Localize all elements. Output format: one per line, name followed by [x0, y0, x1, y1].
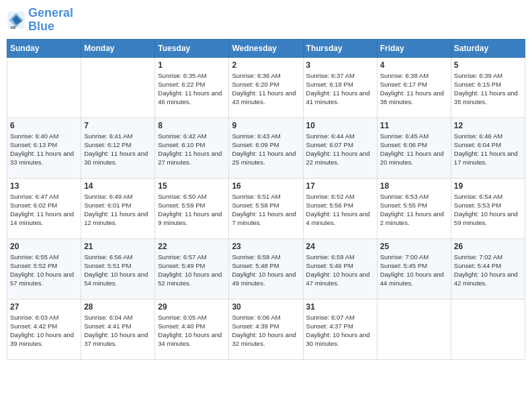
day-info: Sunrise: 6:35 AMSunset: 6:22 PMDaylight:… — [158, 71, 226, 107]
day-number: 20 — [10, 242, 78, 251]
weekday-header: Friday — [377, 39, 451, 57]
calendar-cell: 28Sunrise: 6:04 AMSunset: 4:41 PMDayligh… — [81, 299, 155, 359]
calendar-week-row: 6Sunrise: 6:40 AMSunset: 6:13 PMDaylight… — [7, 118, 525, 178]
day-info: Sunrise: 6:56 AMSunset: 5:51 PMDaylight:… — [84, 253, 152, 288]
day-number: 1 — [158, 60, 226, 70]
calendar-cell: 1Sunrise: 6:35 AMSunset: 6:22 PMDaylight… — [155, 57, 229, 118]
calendar-cell: 14Sunrise: 6:49 AMSunset: 6:01 PMDayligh… — [81, 178, 155, 238]
day-number: 4 — [380, 60, 448, 70]
day-info: Sunrise: 6:36 AMSunset: 6:20 PMDaylight:… — [232, 71, 300, 107]
day-info: Sunrise: 6:03 AMSunset: 4:42 PMDaylight:… — [10, 313, 78, 349]
calendar-cell — [377, 299, 451, 359]
day-info: Sunrise: 6:51 AMSunset: 5:58 PMDaylight:… — [232, 192, 300, 228]
calendar-week-row: 27Sunrise: 6:03 AMSunset: 4:42 PMDayligh… — [7, 299, 525, 359]
day-info: Sunrise: 6:55 AMSunset: 5:52 PMDaylight:… — [10, 253, 78, 288]
day-info: Sunrise: 6:04 AMSunset: 4:41 PMDaylight:… — [84, 313, 152, 349]
day-number: 7 — [84, 121, 152, 130]
weekday-header: Sunday — [7, 39, 81, 57]
day-info: Sunrise: 6:54 AMSunset: 5:53 PMDaylight:… — [454, 192, 522, 228]
weekday-row: SundayMondayTuesdayWednesdayThursdayFrid… — [7, 39, 525, 57]
day-info: Sunrise: 7:00 AMSunset: 5:45 PMDaylight:… — [380, 253, 448, 288]
calendar-cell: 12Sunrise: 6:46 AMSunset: 6:04 PMDayligh… — [451, 118, 525, 178]
day-info: Sunrise: 6:46 AMSunset: 6:04 PMDaylight:… — [454, 132, 522, 167]
day-info: Sunrise: 6:50 AMSunset: 5:59 PMDaylight:… — [158, 192, 226, 228]
day-info: Sunrise: 6:07 AMSunset: 4:37 PMDaylight:… — [306, 313, 374, 349]
calendar-week-row: 1Sunrise: 6:35 AMSunset: 6:22 PMDaylight… — [7, 57, 525, 118]
day-number: 5 — [454, 60, 522, 70]
day-info: Sunrise: 6:38 AMSunset: 6:17 PMDaylight:… — [380, 71, 448, 107]
day-number: 8 — [158, 121, 226, 130]
calendar-cell — [7, 57, 81, 118]
day-number: 3 — [306, 60, 374, 70]
calendar-cell: 15Sunrise: 6:50 AMSunset: 5:59 PMDayligh… — [155, 178, 229, 238]
day-number: 19 — [454, 181, 522, 191]
day-number: 14 — [84, 181, 152, 191]
calendar-cell: 25Sunrise: 7:00 AMSunset: 5:45 PMDayligh… — [377, 238, 451, 299]
calendar-cell: 31Sunrise: 6:07 AMSunset: 4:37 PMDayligh… — [303, 299, 377, 359]
day-number: 11 — [380, 121, 448, 130]
day-number: 28 — [84, 302, 152, 312]
day-number: 15 — [158, 181, 226, 191]
day-number: 13 — [10, 181, 78, 191]
day-info: Sunrise: 6:44 AMSunset: 6:07 PMDaylight:… — [306, 132, 374, 167]
day-number: 12 — [454, 121, 522, 130]
day-info: Sunrise: 6:45 AMSunset: 6:06 PMDaylight:… — [380, 132, 448, 167]
calendar-week-row: 13Sunrise: 6:47 AMSunset: 6:02 PMDayligh… — [7, 178, 525, 238]
day-number: 2 — [232, 60, 300, 70]
calendar-cell: 10Sunrise: 6:44 AMSunset: 6:07 PMDayligh… — [303, 118, 377, 178]
day-info: Sunrise: 6:53 AMSunset: 5:55 PMDaylight:… — [380, 192, 448, 228]
calendar-cell: 4Sunrise: 6:38 AMSunset: 6:17 PMDaylight… — [377, 57, 451, 118]
day-info: Sunrise: 6:49 AMSunset: 6:01 PMDaylight:… — [84, 192, 152, 228]
calendar-cell — [81, 57, 155, 118]
calendar-cell: 23Sunrise: 6:58 AMSunset: 5:48 PMDayligh… — [229, 238, 303, 299]
calendar-cell: 22Sunrise: 6:57 AMSunset: 5:49 PMDayligh… — [155, 238, 229, 299]
day-info: Sunrise: 6:58 AMSunset: 5:48 PMDaylight:… — [232, 253, 300, 288]
calendar-cell: 27Sunrise: 6:03 AMSunset: 4:42 PMDayligh… — [7, 299, 81, 359]
day-number: 6 — [10, 121, 78, 130]
day-info: Sunrise: 6:39 AMSunset: 6:15 PMDaylight:… — [454, 71, 522, 107]
calendar-cell: 17Sunrise: 6:52 AMSunset: 5:56 PMDayligh… — [303, 178, 377, 238]
calendar-cell: 16Sunrise: 6:51 AMSunset: 5:58 PMDayligh… — [229, 178, 303, 238]
weekday-header: Thursday — [303, 39, 377, 57]
logo: GB General Blue — [7, 7, 73, 34]
calendar-cell: 24Sunrise: 6:59 AMSunset: 5:46 PMDayligh… — [303, 238, 377, 299]
weekday-header: Tuesday — [155, 39, 229, 57]
day-number: 25 — [380, 242, 448, 251]
calendar-cell: 26Sunrise: 7:02 AMSunset: 5:44 PMDayligh… — [451, 238, 525, 299]
day-info: Sunrise: 6:06 AMSunset: 4:39 PMDaylight:… — [232, 313, 300, 349]
calendar-cell: 6Sunrise: 6:40 AMSunset: 6:13 PMDaylight… — [7, 118, 81, 178]
calendar-cell: 7Sunrise: 6:41 AMSunset: 6:12 PMDaylight… — [81, 118, 155, 178]
calendar-cell: 21Sunrise: 6:56 AMSunset: 5:51 PMDayligh… — [81, 238, 155, 299]
calendar-cell: 18Sunrise: 6:53 AMSunset: 5:55 PMDayligh… — [377, 178, 451, 238]
day-number: 21 — [84, 242, 152, 251]
day-number: 10 — [306, 121, 374, 130]
day-number: 18 — [380, 181, 448, 191]
calendar-table: SundayMondayTuesdayWednesdayThursdayFrid… — [7, 39, 525, 360]
day-number: 27 — [10, 302, 78, 312]
page-header: GB General Blue — [7, 7, 525, 34]
day-info: Sunrise: 6:57 AMSunset: 5:49 PMDaylight:… — [158, 253, 226, 288]
calendar-header: SundayMondayTuesdayWednesdayThursdayFrid… — [7, 39, 525, 57]
weekday-header: Saturday — [451, 39, 525, 57]
day-number: 22 — [158, 242, 226, 251]
day-number: 29 — [158, 302, 226, 312]
day-number: 16 — [232, 181, 300, 191]
calendar-cell: 29Sunrise: 6:05 AMSunset: 4:40 PMDayligh… — [155, 299, 229, 359]
calendar-cell: 13Sunrise: 6:47 AMSunset: 6:02 PMDayligh… — [7, 178, 81, 238]
logo-icon: GB — [7, 11, 26, 30]
day-info: Sunrise: 6:37 AMSunset: 6:18 PMDaylight:… — [306, 71, 374, 107]
day-info: Sunrise: 6:40 AMSunset: 6:13 PMDaylight:… — [10, 132, 78, 167]
calendar-cell: 19Sunrise: 6:54 AMSunset: 5:53 PMDayligh… — [451, 178, 525, 238]
calendar-body: 1Sunrise: 6:35 AMSunset: 6:22 PMDaylight… — [7, 57, 525, 359]
day-number: 31 — [306, 302, 374, 312]
svg-text:GB: GB — [11, 26, 16, 29]
weekday-header: Wednesday — [229, 39, 303, 57]
weekday-header: Monday — [81, 39, 155, 57]
calendar-cell: 3Sunrise: 6:37 AMSunset: 6:18 PMDaylight… — [303, 57, 377, 118]
day-info: Sunrise: 6:41 AMSunset: 6:12 PMDaylight:… — [84, 132, 152, 167]
day-info: Sunrise: 6:52 AMSunset: 5:56 PMDaylight:… — [306, 192, 374, 228]
calendar-cell: 8Sunrise: 6:42 AMSunset: 6:10 PMDaylight… — [155, 118, 229, 178]
day-info: Sunrise: 6:59 AMSunset: 5:46 PMDaylight:… — [306, 253, 374, 288]
day-number: 30 — [232, 302, 300, 312]
day-number: 17 — [306, 181, 374, 191]
